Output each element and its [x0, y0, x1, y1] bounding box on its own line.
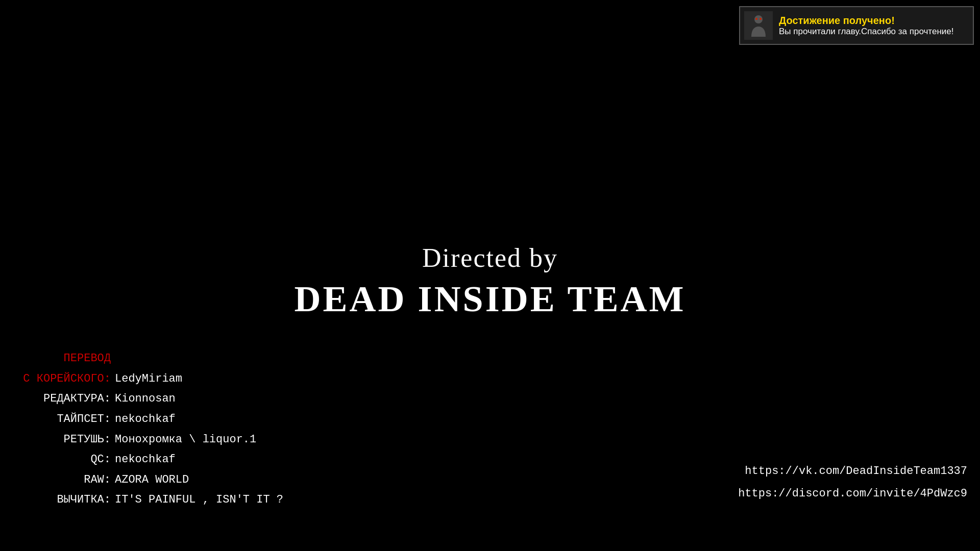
achievement-notification: Достижение получено! Вы прочитали главу.… — [739, 6, 974, 45]
credit-label-edit: РЕДАКТУРА: — [13, 389, 115, 409]
credit-label-typeset: ТАЙПСЕТ: — [13, 409, 115, 430]
section-title: ПЕРЕВОД — [13, 348, 115, 369]
achievement-avatar — [744, 11, 773, 40]
directed-by-label: Directed by — [295, 241, 686, 276]
credit-label-proofread: ВЫЧИТКА: — [13, 490, 115, 510]
credit-value-retouch: Монохромка \ liquor.1 — [115, 430, 256, 450]
social-links: https://vk.com/DeadInsideTeam1337 https:… — [738, 460, 967, 505]
credit-value-proofread: IT'S PAINFUL , ISN'T IT ? — [115, 490, 283, 510]
svg-point-3 — [760, 18, 762, 20]
credit-label-qc: QC: — [13, 449, 115, 470]
credit-value-qc: nekochkaf — [115, 449, 176, 470]
credit-line-korean: С КОРЕЙСКОГО: LedyMiriam — [13, 369, 283, 389]
credit-line-qc: QC: nekochkaf — [13, 449, 283, 470]
achievement-description: Вы прочитали главу.Спасибо за прочтение! — [779, 27, 953, 37]
credit-value-raw: AZORA WORLD — [115, 470, 189, 490]
credit-value-korean: LedyMiriam — [115, 369, 182, 389]
credit-line-proofread: ВЫЧИТКА: IT'S PAINFUL , ISN'T IT ? — [13, 490, 283, 510]
credit-value-edit: Kionnosan — [115, 389, 176, 409]
achievement-title: Достижение получено! — [779, 15, 953, 27]
credit-line-typeset: ТАЙПСЕТ: nekochkaf — [13, 409, 283, 430]
main-content: Directed by DEAD INSIDE TEAM — [295, 241, 686, 323]
section-title-line: ПЕРЕВОД — [13, 348, 283, 369]
vk-link: https://vk.com/DeadInsideTeam1337 — [738, 460, 967, 483]
team-name: DEAD INSIDE TEAM — [295, 276, 686, 323]
discord-link: https://discord.com/invite/4PdWzc9 — [738, 483, 967, 505]
credit-label-korean: С КОРЕЙСКОГО: — [13, 369, 115, 389]
credit-line-edit: РЕДАКТУРА: Kionnosan — [13, 389, 283, 409]
credit-line-retouch: РЕТУШЬ: Монохромка \ liquor.1 — [13, 430, 283, 450]
credits-section: ПЕРЕВОД С КОРЕЙСКОГО: LedyMiriam РЕДАКТУ… — [13, 348, 283, 510]
credit-label-retouch: РЕТУШЬ: — [13, 430, 115, 450]
credit-label-raw: RAW: — [13, 470, 115, 490]
svg-point-2 — [755, 18, 757, 20]
achievement-text-block: Достижение получено! Вы прочитали главу.… — [779, 15, 953, 37]
credit-line-raw: RAW: AZORA WORLD — [13, 470, 283, 490]
credit-value-typeset: nekochkaf — [115, 409, 176, 430]
